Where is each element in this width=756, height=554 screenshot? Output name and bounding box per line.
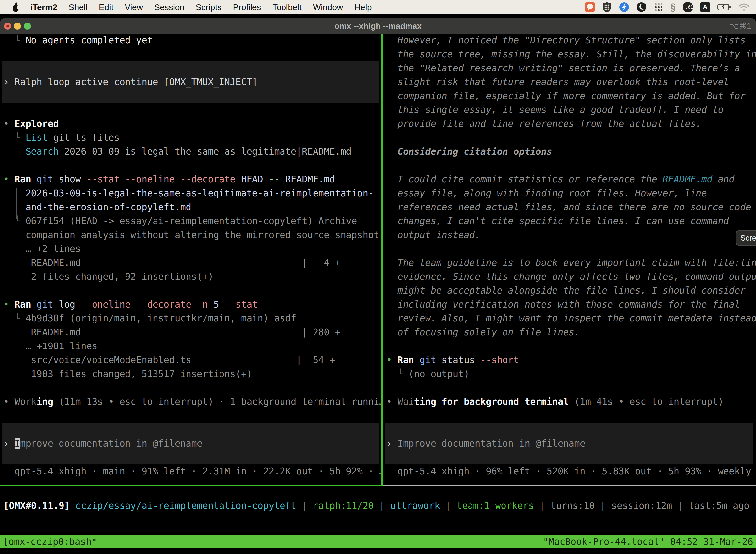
shield-keypad-icon[interactable] [602,2,612,13]
terminal-line: └ No agents completed yet [15,34,153,47]
dots-grid-icon[interactable] [653,2,664,12]
dark-crescent-icon[interactable] [636,2,647,12]
circle-61-icon[interactable]: ..61 [683,2,693,12]
text-segment: --stat [86,174,125,185]
terminal-line: 2 files changed, 92 insertions(+) [31,270,213,284]
text-segment: | [302,500,313,511]
text-segment: of focusing solely on file lines. [397,327,580,338]
terminal-line: gpt-5.4 xhigh · 96% left · 520K in · 5.8… [397,464,756,478]
terminal-line: However, I noticed the "Directory Struct… [397,34,746,47]
text-segment: Ran [15,299,37,310]
terminal-line: gpt-5.4 xhigh · main · 91% left · 2.31M … [15,464,381,478]
text-segment: git ls-files [48,132,120,143]
terminal-line: evidence. Since this change only affects… [397,270,756,284]
terminal-line: › Improve documentation in @filename [3,437,202,450]
menu-help[interactable]: Help [355,2,372,12]
chat-app-icon[interactable] [585,2,595,12]
text-segment: essay file, along with finding root file… [397,188,707,199]
text-segment: ting for background terminal [414,396,569,407]
text-segment: turns:10 [550,500,600,511]
apple-icon[interactable] [11,2,20,12]
terminal-line: README.md | 280 + [31,325,340,339]
text-segment: gpt-5.4 xhigh · 96% left · 520K in · 5.8… [397,466,756,477]
terminal-line: references need actual files, and since … [397,200,751,214]
menu-edit[interactable]: Edit [99,2,114,12]
text-segment: README.md | 280 + [31,327,340,338]
text-segment: 4b9d30f (origin/main, instructkr/main, m… [25,313,296,324]
text-segment: git [37,299,59,310]
squiggle-tool-icon[interactable]: § [671,1,676,13]
terminal-line: › Improve documentation in @filename [386,437,585,450]
text-segment: (1m 41s • esc to interrupt) [569,396,723,407]
battery-charging-icon[interactable] [717,3,731,11]
pane-divider-horizontal-right [383,486,756,487]
window-titlebar[interactable]: omx --xhigh --madmax ⌥⌘1 [0,18,756,34]
text-segment: 5 [213,299,225,310]
terminal-line: might be acceptable alongside the file l… [397,284,746,297]
terminal-line: The team guideline is to back every impo… [397,256,756,270]
input-source-a-icon[interactable]: A [700,2,710,12]
terminal-line: • Ran git show --stat --oneline --decora… [3,172,335,186]
terminal-line: including verification notes with those … [397,297,740,312]
text-segment: No agents completed yet [25,35,152,46]
terminal-line: • Waiting for background terminal (1m 41… [386,395,723,409]
screen-overlay[interactable]: Scre [736,230,756,246]
text-segment: session:12m [611,500,677,511]
text-segment: this single essay, it seems like a good … [397,105,723,115]
text-segment: › [3,77,15,88]
menu-scripts[interactable]: Scripts [196,2,222,12]
text-segment: might be acceptable alongside the file l… [397,285,746,296]
terminal-line: output instead. [397,228,481,242]
omx-status-line: [OMX#0.11.9] cczip/essay/ai-reimplementa… [3,499,749,513]
text-segment: Considering citation options [397,146,552,157]
menu-toolbelt[interactable]: Toolbelt [272,2,302,12]
window-shortcut-badge: ⌥⌘1 [730,18,751,34]
prompt-input[interactable]: › Improve documentation in @filename [385,423,753,464]
terminal-line: › Ralph loop active continue [OMX_TMUX_I… [3,75,258,89]
menu-session[interactable]: Session [154,2,184,12]
tmux-pane-left[interactable]: └ No agents completed yet› Ralph loop ac… [0,34,381,486]
text-segment: Search [25,146,59,157]
blue-badge-icon[interactable] [619,2,629,12]
terminal-content: └ No agents completed yet› Ralph loop ac… [0,34,756,554]
tmux-pane-right[interactable]: However, I noticed the "Directory Struct… [383,34,756,486]
menu-shell[interactable]: Shell [69,2,87,12]
text-segment: changes, I can't cite specific file line… [397,216,729,226]
text-segment: List [25,132,48,143]
terminal-line: and-the-erosion-of-copyleft.md [25,200,191,214]
text-segment: last:5m ago [689,500,749,511]
terminal-line: … +1901 lines [25,339,98,353]
menu-iterm2[interactable]: iTerm2 [30,2,57,12]
text-segment: 067f154 (HEAD -> essay/ai-reimplementati… [25,216,357,226]
text-segment: src/voice/voiceModeEnabled.ts | 54 + [31,355,335,365]
text-segment: the "Related research writing" section i… [397,63,740,73]
text-segment: companion file, especially if more comme… [397,91,746,101]
prompt-input[interactable]: › Improve documentation in @filename [2,423,379,464]
text-segment: [OMX#0.11.9] [3,500,75,511]
terminal-line: └ (no output) [397,367,469,381]
text-segment: slight risk that future readers may over… [397,77,729,88]
text-segment: | [678,500,689,511]
menu-profiles[interactable]: Profiles [233,2,261,12]
terminal-line: └ 4b9d30f (origin/main, instructkr/main,… [15,312,296,325]
text-segment: I could cite commit statistics or refere… [397,174,663,185]
text-segment: companion analysis without altering the … [25,230,379,240]
terminal-line: companion analysis without altering the … [25,228,379,242]
text-segment: ultrawork [390,500,445,511]
text-segment: Ran [15,174,37,185]
text-segment: 1903 files changed, 513517 insertions(+) [31,369,252,379]
text-segment: README.md [663,174,712,185]
text-segment: | [445,500,457,511]
wifi-icon[interactable] [738,3,750,11]
menu-view[interactable]: View [125,2,143,12]
terminal-line: slight risk that future readers may over… [397,75,729,89]
text-segment: HEAD [241,174,269,185]
text-segment: --oneline [81,299,136,310]
text-segment: └ [15,35,26,46]
pane-divider-vertical[interactable] [381,34,383,487]
menu-window[interactable]: Window [313,2,343,12]
text-segment: --decorate [136,299,197,310]
text-segment: I [15,438,20,449]
text-segment: status [442,355,481,365]
text-segment: | [540,500,551,511]
